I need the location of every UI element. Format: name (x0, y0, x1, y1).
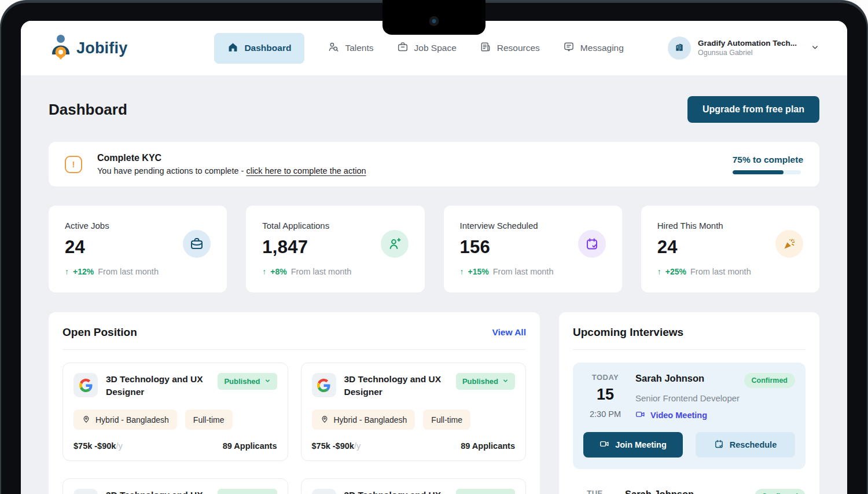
upcoming-interviews-title: Upcoming Interviews (573, 326, 683, 339)
job-status-label: Published (224, 377, 260, 386)
resources-doc-icon (480, 41, 491, 55)
briefcase-icon (397, 41, 409, 55)
stat-label: Interview Scheduled (460, 221, 538, 230)
reschedule-label: Reschedule (730, 440, 777, 449)
talent-search-icon (328, 41, 339, 55)
nav-label: Dashboard (244, 43, 291, 53)
stat-change: +15% (468, 267, 489, 276)
job-status-dropdown[interactable]: Published (218, 489, 277, 494)
upgrade-plan-button[interactable]: Upgrade from free plan (687, 96, 819, 123)
kyc-progress-label: 75% to complete (733, 155, 803, 165)
job-card[interactable]: 3D Technology and UX Designer Published (301, 363, 527, 461)
salary-period: /y (354, 441, 361, 451)
location-pin-icon (82, 414, 91, 425)
kyc-banner: ! Complete KYC You have pending actions … (49, 142, 819, 186)
webcam-icon (429, 16, 439, 26)
stat-card-interview-scheduled: Interview Scheduled 156 ↑ (444, 206, 622, 292)
job-card[interactable]: 3D Technology and UX Designer Published (62, 478, 288, 494)
nav-item-dashboard[interactable]: Dashboard (214, 33, 304, 64)
stat-change: +8% (270, 267, 286, 276)
brand-name: Jobifiy (76, 39, 127, 57)
stat-note: From last month (690, 267, 751, 276)
stats-row: Active Jobs 24 ↑ +12 (49, 206, 819, 292)
camera-notch (382, 0, 486, 35)
job-status-dropdown[interactable]: Published (456, 489, 515, 494)
stat-note: From last month (98, 267, 159, 276)
kyc-complete-link[interactable]: click here to complete the action (246, 166, 366, 175)
kyc-progress-bar (733, 170, 801, 174)
candidate-name: Sarah Johnson (625, 489, 694, 494)
video-meeting-link[interactable]: Video Meeting (635, 409, 795, 421)
nav-item-resources[interactable]: Resources (480, 41, 540, 55)
interview-time: 2:30 PM (583, 409, 627, 419)
interview-day: TUE (573, 489, 617, 494)
nav-label: Job Space (414, 43, 457, 53)
brand-logo[interactable]: Jobifiy (49, 34, 127, 62)
view-all-link[interactable]: View All (492, 327, 526, 338)
party-popper-badge-icon (775, 230, 803, 258)
interview-row: TUE Sarah Johnson Confirmed (573, 489, 806, 494)
interview-date: 15 (583, 386, 627, 404)
stat-value: 24 (657, 237, 723, 258)
nav-item-messaging[interactable]: Messaging (563, 41, 624, 55)
divider (573, 349, 806, 350)
app-window: Jobifiy Dashboard Talents (21, 21, 847, 494)
interview-card: TODAY 15 2:30 PM Sarah Johnson Confirmed… (573, 363, 806, 469)
profile-user-name: Ogunsua Gabriel (698, 49, 797, 58)
interview-date-block: TODAY 15 2:30 PM (583, 373, 627, 421)
stat-change: +12% (73, 267, 94, 276)
join-meeting-button[interactable]: Join Meeting (583, 432, 683, 458)
kyc-message: You have pending actions to complete - c… (97, 166, 366, 175)
nav-item-talents[interactable]: Talents (328, 41, 373, 55)
account-switcher[interactable]: Gradify Automation Tech... Ogunsua Gabri… (668, 36, 819, 60)
job-applicants: 89 Applicants (223, 441, 277, 451)
stat-note: From last month (493, 267, 554, 276)
kyc-text: Complete KYC You have pending actions to… (97, 153, 366, 175)
kyc-progress: 75% to complete (733, 155, 803, 174)
trend-up-icon: ↑ (65, 267, 69, 276)
stat-label: Active Jobs (65, 221, 109, 230)
candidate-name: Sarah Johnson (635, 373, 704, 384)
job-title: 3D Technology and UX Designer (344, 373, 448, 398)
video-camera-icon (599, 439, 609, 451)
google-logo (73, 373, 98, 397)
profile-company-name: Gradify Automation Tech... (698, 39, 797, 49)
calendar-icon (714, 439, 724, 451)
job-status-dropdown[interactable]: Published (456, 373, 515, 390)
trend-up-icon: ↑ (262, 267, 266, 276)
page-title: Dashboard (49, 101, 127, 119)
job-card[interactable]: 3D Technology and UX Designer Published (301, 478, 527, 494)
google-logo (73, 489, 98, 494)
reschedule-button[interactable]: Reschedule (696, 432, 795, 458)
chevron-down-icon (264, 377, 271, 386)
open-positions-title: Open Position (62, 326, 137, 339)
job-location-label: Hybrid - Bangladesh (334, 415, 407, 425)
nav-label: Resources (497, 43, 540, 53)
stat-card-active-jobs: Active Jobs 24 ↑ +12 (49, 206, 227, 292)
job-card[interactable]: 3D Technology and UX Designer Published (62, 363, 288, 461)
interview-details: Sarah Johnson Confirmed (625, 489, 806, 494)
job-salary: $75k -$90k/y (73, 441, 123, 451)
nav-label: Talents (345, 43, 373, 53)
location-pin-icon (320, 414, 329, 425)
stat-note: From last month (291, 267, 352, 276)
calendar-badge-icon (578, 230, 606, 258)
nav-item-job-space[interactable]: Job Space (397, 41, 457, 55)
stat-value: 156 (460, 237, 538, 258)
status-badge: Confirmed (744, 373, 796, 388)
home-icon (227, 42, 238, 55)
job-status-dropdown[interactable]: Published (218, 373, 277, 390)
job-location-tag: Hybrid - Bangladesh (312, 409, 415, 430)
building-icon (674, 42, 685, 54)
job-type-tag: Full-time (423, 409, 470, 430)
stat-label: Hired This Month (657, 221, 723, 230)
kyc-title: Complete KYC (97, 153, 366, 163)
job-location-tag: Hybrid - Bangladesh (73, 409, 177, 430)
interview-day: TODAY (583, 373, 627, 382)
job-status-label: Published (462, 377, 498, 386)
trend-up-icon: ↑ (460, 267, 464, 276)
kyc-message-prefix: You have pending actions to complete - (97, 166, 246, 175)
job-location-label: Hybrid - Bangladesh (95, 415, 169, 425)
job-title: 3D Technology and UX Designer (344, 489, 448, 494)
open-positions-panel: Open Position View All (49, 312, 540, 494)
